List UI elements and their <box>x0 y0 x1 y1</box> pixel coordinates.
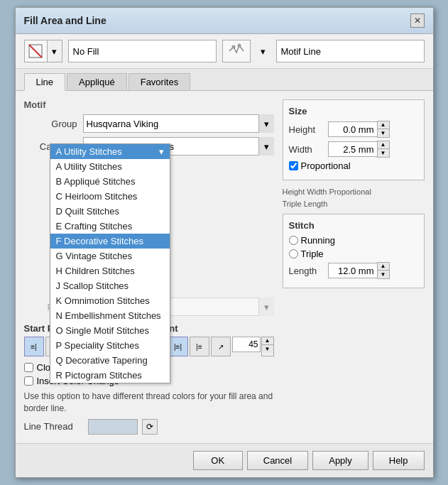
left-column: Motif Group Husqvarna Viking ▾ Category … <box>24 99 274 435</box>
stitch-section-title: Stitch <box>289 220 418 231</box>
close-button[interactable]: ✕ <box>410 13 425 28</box>
height-spin: ▲ ▼ <box>377 121 390 138</box>
thread-swatch[interactable] <box>88 419 138 435</box>
width-spin: ▲ ▼ <box>377 141 390 158</box>
height-row: Height ▲ ▼ <box>289 121 418 138</box>
group-select-wrapper: Husqvarna Viking ▾ <box>83 114 274 133</box>
triple-radio[interactable] <box>289 249 298 258</box>
dropdown-item-q[interactable]: Q Decorative Tapering <box>50 353 170 368</box>
angle-input[interactable] <box>232 337 261 352</box>
dropdown-item-a[interactable]: A Utility Stitches <box>50 159 170 174</box>
proportional-checkbox[interactable] <box>289 161 298 170</box>
dropdown-item-g[interactable]: G Vintage Stitches <box>50 249 170 263</box>
width-label: Width <box>289 144 328 155</box>
tab-applique[interactable]: Appliqué <box>67 73 127 90</box>
dropdown-item-c[interactable]: C Heirloom Stitches <box>50 189 170 204</box>
dropdown-item-n[interactable]: N Embellishment Stitches <box>50 308 170 323</box>
running-row: Running <box>289 235 418 246</box>
size-section-title: Size <box>289 106 418 116</box>
end-btn-angle[interactable]: ↗ <box>211 337 231 356</box>
tab-bar: Line Appliqué Favorites <box>16 69 433 91</box>
height-label: Height <box>289 124 328 135</box>
length-input[interactable] <box>328 263 378 278</box>
dropdown-item-o[interactable]: O Single Motif Stitches <box>50 323 170 338</box>
tab-favorites[interactable]: Favorites <box>129 73 190 90</box>
angle-up[interactable]: ▲ <box>262 337 273 345</box>
toolbar: ▾ No Fill ▾ Motif Line <box>16 34 433 69</box>
right-column: Size Height ▲ ▼ Width <box>283 99 425 435</box>
main-content: Motif Group Husqvarna Viking ▾ Category … <box>16 91 433 443</box>
width-up[interactable]: ▲ <box>378 141 389 149</box>
group-select[interactable]: Husqvarna Viking <box>83 114 274 133</box>
apply-button[interactable]: Apply <box>312 451 368 470</box>
length-spin: ▲ ▼ <box>377 262 390 279</box>
height-up[interactable]: ▲ <box>378 121 389 129</box>
height-input[interactable] <box>328 121 378 137</box>
length-row: Length ▲ ▼ <box>289 262 418 279</box>
size-hints: Height Width Proportional Triple Length <box>283 186 425 209</box>
dropdown-item-j[interactable]: J Scallop Stitches <box>50 278 170 293</box>
length-up[interactable]: ▲ <box>378 263 389 271</box>
proportional-row: Proportional <box>289 160 418 171</box>
dropdown-item-p[interactable]: P Speciality Stitches <box>50 338 170 353</box>
help-button[interactable]: Help <box>373 451 425 470</box>
hw-proportional-hint: Height Width Proportional <box>283 186 425 198</box>
stitch-type-icon[interactable] <box>222 40 251 62</box>
group-row: Group Husqvarna Viking ▾ <box>24 114 274 133</box>
fill-dropdown-arrow[interactable]: ▾ <box>48 40 62 62</box>
svg-point-3 <box>238 44 241 47</box>
length-down[interactable]: ▼ <box>378 271 389 278</box>
stitch-type-dropdown-arrow[interactable]: ▾ <box>256 40 271 62</box>
size-section: Size Height ▲ ▼ Width <box>283 99 425 180</box>
triple-length-hint: Triple Length <box>283 198 425 210</box>
fill-type-button[interactable]: ▾ <box>24 40 62 62</box>
triple-row: Triple <box>289 249 418 259</box>
closed-border-checkbox[interactable] <box>24 363 33 372</box>
width-down[interactable]: ▼ <box>378 149 389 157</box>
ok-button[interactable]: OK <box>193 451 243 470</box>
angle-down[interactable]: ▼ <box>262 345 273 353</box>
title-bar: Fill Area and Line ✕ <box>16 8 433 34</box>
svg-point-2 <box>232 45 235 48</box>
button-row: OK Cancel Apply Help <box>16 443 433 477</box>
stitch-type-label: Motif Line <box>276 40 425 62</box>
dropdown-header: A Utility Stitches ▾ <box>50 144 170 159</box>
tab-line[interactable]: Line <box>24 73 66 91</box>
dialog-title: Fill Area and Line <box>24 15 106 26</box>
dialog: Fill Area and Line ✕ ▾ No Fill ▾ Motif L… <box>15 7 434 478</box>
dropdown-arrow-icon: ▾ <box>159 146 164 157</box>
length-label: Length <box>289 266 328 276</box>
dropdown-item-k[interactable]: K Omnimotion Stitches <box>50 293 170 308</box>
group-label: Group <box>24 119 77 129</box>
end-btn-3[interactable]: |≡ <box>190 337 209 356</box>
category-dropdown: A Utility Stitches ▾ A Utility Stitches … <box>50 143 170 383</box>
svg-line-1 <box>29 45 42 58</box>
start-btn-1[interactable]: ≡| <box>24 337 44 356</box>
fill-type-label: No Fill <box>68 40 217 62</box>
motif-section-label: Motif <box>24 99 274 110</box>
running-radio[interactable] <box>289 236 298 245</box>
proportional-label: Proportional <box>301 160 351 171</box>
stitch-section: Stitch Running Triple Length ▲ <box>283 214 425 288</box>
thread-row: Line Thread ⟳ <box>24 419 274 435</box>
dropdown-item-d[interactable]: D Quilt Stitches <box>50 204 170 219</box>
thread-icon[interactable]: ⟳ <box>142 419 158 435</box>
dropdown-item-r[interactable]: R Pictogram Stitches <box>50 368 170 383</box>
insert-color-description: Use this option to have different thread… <box>24 391 274 415</box>
width-row: Width ▲ ▼ <box>289 141 418 158</box>
dropdown-item-b[interactable]: B Appliqué Stitches <box>50 174 170 189</box>
end-btn-2[interactable]: |≡| <box>168 337 188 356</box>
insert-color-checkbox[interactable] <box>24 376 33 386</box>
running-label: Running <box>301 235 335 246</box>
cancel-button[interactable]: Cancel <box>247 451 308 470</box>
two-column-layout: Motif Group Husqvarna Viking ▾ Category … <box>24 99 425 435</box>
no-fill-icon <box>25 40 48 62</box>
triple-label: Triple <box>301 249 324 259</box>
width-input[interactable] <box>328 141 378 157</box>
dropdown-item-h[interactable]: H Children Stitches <box>50 263 170 278</box>
height-down[interactable]: ▼ <box>378 129 389 137</box>
dropdown-header-text: A Utility Stitches <box>56 146 122 157</box>
dropdown-item-f[interactable]: F Decorative Stitches <box>50 234 170 249</box>
thread-label: Line Thread <box>24 421 88 432</box>
dropdown-item-e[interactable]: E Crafting Stitches <box>50 219 170 234</box>
